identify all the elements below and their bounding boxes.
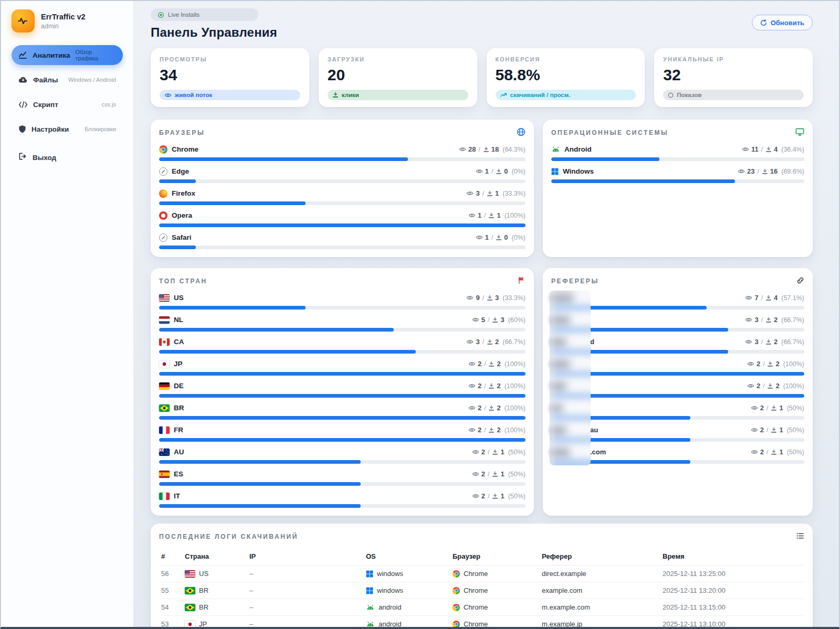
downloads-icon	[767, 383, 773, 389]
referrers-list: ██████7/4(57.1%)█████3/2(66.7%)████d3/2(…	[551, 292, 804, 464]
live-dot-icon	[158, 12, 164, 18]
shield-icon	[18, 125, 26, 133]
progress-track	[159, 394, 526, 398]
views-icon	[472, 449, 479, 455]
country-row-de: DE2/2(100%)	[159, 380, 526, 398]
log-os: android	[364, 599, 450, 616]
log-country: US	[183, 566, 247, 582]
os-panel: ОПЕРАЦИОННЫЕ СИСТЕМЫ Android11/4(36.4%)W…	[543, 120, 813, 257]
browsers-title: БРАУЗЕРЫ	[159, 129, 205, 136]
page-title: Панель Управления	[151, 25, 277, 40]
flag-us-icon	[159, 294, 170, 302]
sidebar-nav: АналитикаОбзор трафикаФайлыWindows / And…	[12, 45, 123, 139]
country-row-au: AU2/1(50%)	[159, 446, 526, 464]
stat-label: ПРОСМОТРЫ	[160, 56, 300, 62]
log-os: android	[364, 616, 450, 627]
progress-track	[159, 223, 526, 227]
log-num: 53	[159, 616, 183, 627]
sidebar-item-analytics[interactable]: АналитикаОбзор трафика	[12, 45, 123, 65]
stat-card: ЗАГРУЗКИ20клики	[319, 48, 477, 107]
country-row-it: IT2/1(50%)	[159, 491, 526, 508]
browser-row-firefox: Firefox3/1(33.3%)	[159, 188, 526, 205]
chrome-icon	[453, 621, 460, 627]
downloads-icon	[496, 234, 502, 241]
nav-hint: css.js	[102, 101, 117, 108]
flag-es-icon	[159, 471, 170, 478]
stat-value: 20	[328, 66, 468, 84]
logs-title: ПОСЛЕДНИЕ ЛОГИ СКАЧИВАНИЙ	[159, 533, 298, 540]
flag-nl-icon	[159, 316, 170, 324]
progress-track	[159, 201, 526, 205]
cloud-icon	[18, 76, 28, 83]
browser-row-opera: Opera1/1(100%)	[159, 210, 526, 227]
log-row: 53JP–androidChromem.example.jp2025-12-11…	[159, 616, 804, 627]
progress-fill	[159, 350, 416, 354]
windows-icon	[551, 168, 559, 175]
flag-au-icon	[159, 449, 170, 456]
flag-br-icon	[185, 587, 195, 594]
sidebar-item-files[interactable]: ФайлыWindows / Android	[12, 70, 123, 90]
row-stats: 3/2(66.7%)	[745, 338, 804, 346]
countries-list: US9/3(33.3%)NL5/3(60%)CA3/2(66.7%)JP2/2(…	[159, 292, 526, 508]
row-stats: 1/1(100%)	[468, 211, 526, 219]
flag-it-icon	[159, 493, 170, 500]
log-country: BR	[183, 582, 247, 599]
log-row: 54BR–androidChromem.example.com2025-12-1…	[159, 599, 804, 616]
safari-icon	[159, 233, 167, 242]
sidebar-item-settings[interactable]: НастройкиБлокировки	[12, 119, 123, 139]
views-icon	[472, 317, 479, 323]
logs-table-header: #СтранаIPOSБраузерРеферерВремя	[159, 548, 804, 566]
progress-fill	[551, 179, 735, 183]
progress-track	[159, 438, 526, 442]
row-stats: 3/2(66.7%)	[745, 316, 804, 324]
downloads-icon	[483, 146, 489, 153]
opera-icon	[159, 211, 167, 220]
referrers-title: РЕФЕРЕРЫ	[551, 278, 599, 285]
os-android-icon	[366, 621, 375, 627]
country-row-ca: CA3/2(66.7%)	[159, 336, 526, 354]
stat-card: УНИКАЛЬНЫЕ IP32Показов	[654, 48, 813, 107]
firefox-icon	[159, 189, 167, 198]
progress-fill	[159, 416, 526, 420]
views-icon	[466, 190, 474, 196]
progress-fill	[159, 438, 526, 442]
refresh-button[interactable]: Обновить	[752, 15, 813, 30]
stat-badge: живой поток	[160, 90, 300, 100]
log-referrer: m.example.jp	[540, 616, 660, 627]
os-android-icon	[366, 604, 375, 610]
progress-fill	[159, 482, 361, 486]
chrome-icon	[159, 145, 167, 154]
android-icon	[551, 146, 560, 152]
views-icon	[468, 405, 476, 411]
downloads-icon	[487, 295, 493, 301]
views-icon	[476, 234, 483, 240]
downloads-icon	[771, 427, 777, 433]
app-logo	[12, 9, 35, 33]
stat-value: 34	[160, 66, 300, 84]
progress-track	[159, 372, 526, 376]
logs-col-header: Время	[660, 548, 804, 566]
log-ip: –	[247, 566, 364, 582]
download-logs-panel: ПОСЛЕДНИЕ ЛОГИ СКАЧИВАНИЙ #СтранаIPOSБра…	[151, 524, 813, 627]
progress-track	[159, 504, 526, 508]
nav-hint: Обзор трафика	[75, 49, 116, 61]
stat-label: ЗАГРУЗКИ	[328, 56, 468, 62]
views-icon	[742, 146, 749, 152]
log-num: 54	[159, 599, 183, 616]
circle-icon	[668, 92, 674, 98]
logs-col-header: Реферер	[540, 548, 660, 566]
sidebar-item-logout[interactable]: Выход	[12, 147, 123, 167]
row-stats: 2/2(100%)	[468, 426, 526, 434]
log-row: 55BR–windowsChromeexample.com2025-12-11 …	[159, 582, 804, 599]
row-stats: 1/0(0%)	[476, 167, 526, 175]
log-os: windows	[364, 582, 450, 599]
log-time: 2025-12-11 13:25:00	[660, 566, 804, 582]
chrome-icon	[453, 587, 460, 594]
refresh-label: Обновить	[771, 19, 804, 27]
log-time: 2025-12-11 13:10:00	[660, 616, 804, 627]
row-stats: 11/4(36.4%)	[742, 145, 804, 153]
sidebar-item-script[interactable]: Скриптcss.js	[12, 94, 123, 114]
row-stats: 2/2(100%)	[747, 360, 804, 368]
views-icon	[468, 361, 476, 367]
progress-track	[159, 482, 526, 486]
